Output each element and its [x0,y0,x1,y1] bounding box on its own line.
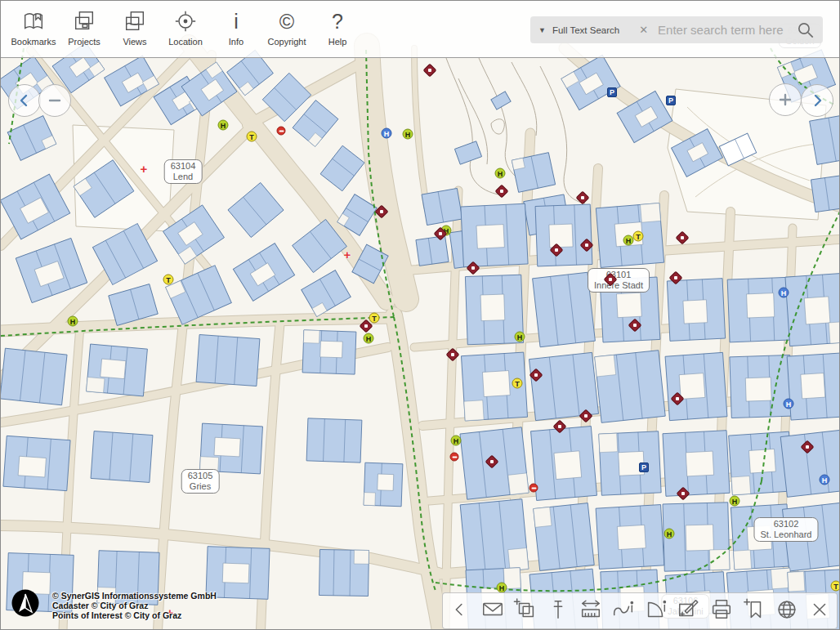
transit-stop-h-marker[interactable]: H [784,399,794,409]
search-input[interactable] [656,22,791,38]
tram-stop-t-marker[interactable]: T [633,231,644,242]
printer-icon [709,597,734,624]
toolbar-button-label: Copyright [267,37,306,47]
toolbar-button-info[interactable]: iInfo [211,6,261,55]
pan-right-button[interactable] [801,84,833,117]
toolbar-button-label: Bookmarks [11,37,56,47]
attribution-line: © SynerGIS Informationssysteme GmbH [52,591,217,601]
close-toolbar-button[interactable] [804,596,834,627]
transit-stop-h-marker[interactable]: H [820,475,830,485]
bus-stop-h-marker[interactable]: H [495,168,506,179]
envelope-icon [480,597,505,624]
toolbar-button-views[interactable]: Views [109,6,160,55]
pharmacy-cross-marker[interactable]: + [344,248,351,261]
search-bar: ▼ Full Text Search ✕ [530,16,823,43]
tram-stop-t-marker[interactable]: T [369,313,380,324]
transit-stop-h-marker[interactable]: H [779,288,789,298]
views-icon [122,7,148,35]
bus-stop-h-marker[interactable]: H [364,333,374,344]
parking-p-marker[interactable]: P [666,96,676,105]
bus-stop-h-marker[interactable]: H [497,583,507,593]
copyright-icon: © [279,7,294,35]
search-mode-dropdown-icon[interactable]: ▼ [538,26,546,34]
area-info-icon [644,597,668,624]
bottom-toolbar [442,592,838,629]
pan-left-button[interactable] [8,84,41,117]
overview-map-button[interactable] [771,596,802,627]
tram-stop-t-marker[interactable]: T [247,132,257,142]
measure-line-button[interactable] [609,596,639,627]
gis-app-window: 63104Lend63101Innere Stadt63105Gries6310… [0,0,840,630]
measure-icon [579,597,603,624]
toolbar-button-label: Help [328,37,347,47]
plus-icon [776,91,794,109]
bus-stop-h-marker[interactable]: H [218,120,229,131]
transit-stop-h-marker[interactable]: H [382,128,392,139]
collapse-toolbar-button[interactable] [445,596,476,627]
edit-icon [677,597,701,624]
zoom-out-button[interactable] [38,84,71,117]
help-icon: ? [332,7,343,35]
projects-icon [71,7,97,35]
measure-distance-button[interactable] [576,596,606,627]
toolbar-button-label: Projects [68,37,101,47]
toolbar-button-label: Info [229,37,244,47]
attribution-line: Cadaster © City of Graz [52,601,217,610]
minus-icon [46,92,64,109]
send-email-button[interactable] [478,596,508,627]
chevron-left-icon [448,597,472,624]
north-compass-logo [11,589,39,620]
bus-stop-h-marker[interactable]: H [515,332,525,342]
tram-stop-t-marker[interactable]: T [831,581,840,592]
bus-stop-h-marker[interactable]: H [68,316,78,327]
place-pin-button[interactable] [543,596,574,627]
toolbar-button-bookmarks[interactable]: Bookmarks [8,6,59,55]
copy-layers-button[interactable] [511,596,541,627]
zoom-in-button[interactable] [769,83,802,116]
tram-stop-t-marker[interactable]: T [163,275,174,285]
measure-area-button[interactable] [641,596,672,627]
toolbar-button-label: Location [168,37,203,47]
toolbar-button-label: Views [123,37,146,47]
close-icon [807,597,832,624]
bus-stop-h-marker[interactable]: H [403,129,413,140]
attribution-line: Points of Interest © City of Graz [52,610,217,620]
draw-edit-button[interactable] [673,596,704,627]
line-info-icon [611,597,636,624]
map-base-svg [1,1,840,630]
traffic-sign-marker[interactable] [450,453,459,462]
clear-search-icon[interactable]: ✕ [639,24,648,36]
print-button[interactable] [706,596,736,627]
bookmark-add-icon [742,597,766,624]
tram-stop-t-marker[interactable]: T [512,378,523,389]
bookmarks-icon [20,7,47,35]
bus-stop-h-marker[interactable]: H [730,496,740,507]
chevron-left-icon [16,92,34,109]
globe-icon [775,597,799,624]
info-icon: i [234,7,239,35]
toolbar-button-location[interactable]: Location [160,6,211,55]
toolbar-button-copyright[interactable]: ©Copyright [261,6,312,55]
location-icon [172,7,199,35]
layers-plus-icon [513,597,538,624]
bus-stop-h-marker[interactable]: H [451,436,462,446]
map-attribution: © SynerGIS Informationssysteme GmbH Cada… [52,591,217,620]
toolbar-button-projects[interactable]: Projects [59,6,109,55]
parking-p-marker[interactable]: P [639,462,649,472]
pharmacy-cross-marker[interactable]: + [141,163,148,175]
search-icon[interactable] [796,20,815,39]
pin-icon [546,597,570,624]
traffic-sign-marker[interactable] [529,484,538,493]
toolbar-button-help[interactable]: ?Help [312,6,363,55]
add-bookmark-button[interactable] [739,596,769,627]
traffic-sign-marker[interactable] [277,127,286,136]
map-canvas[interactable]: 63104Lend63101Innere Stadt63105Gries6310… [1,1,839,629]
chevron-right-icon [808,92,826,109]
search-mode-label[interactable]: Full Text Search [552,25,619,35]
parking-p-marker[interactable]: P [607,87,617,97]
bus-stop-h-marker[interactable]: H [664,529,675,539]
